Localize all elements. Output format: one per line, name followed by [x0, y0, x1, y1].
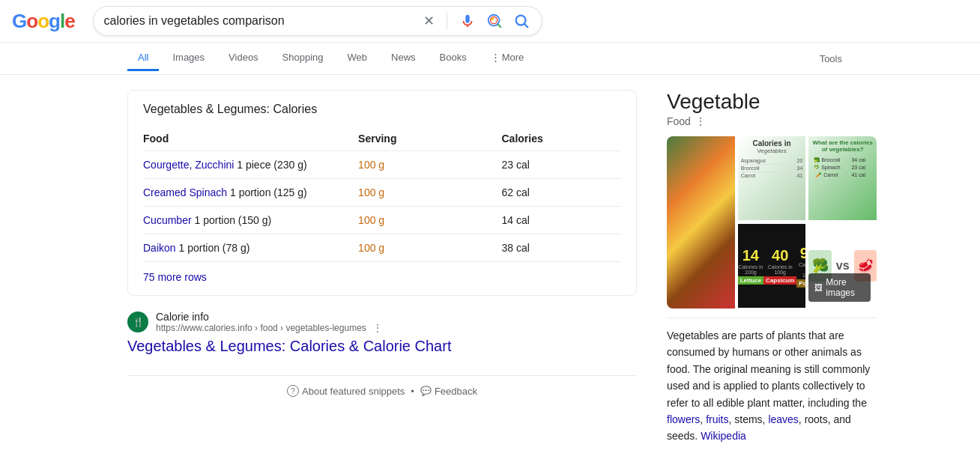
- kp-divider: [667, 317, 877, 318]
- kp-subtitle-text: Food: [667, 115, 691, 127]
- serving-value: 100 g: [358, 151, 501, 179]
- col-calories: Calories: [501, 127, 621, 151]
- calories-value: 38 cal: [501, 234, 621, 262]
- header: Google ✕: [0, 0, 980, 43]
- right-column: Vegetable Food ⋮ Calories in Vegetables: [667, 90, 877, 445]
- question-icon: ?: [287, 385, 299, 397]
- image-small-3[interactable]: 🥦 vs 🥩 🖼 More images: [808, 224, 877, 308]
- flowers-link[interactable]: flowers: [667, 413, 700, 425]
- tab-more-label: More: [502, 52, 524, 63]
- clear-icon: ✕: [423, 13, 435, 29]
- food-name: Courgette, Zucchini 1 piece (230 g): [143, 151, 358, 179]
- feedback-button[interactable]: 💬 Feedback: [420, 386, 477, 397]
- tools-tab[interactable]: Tools: [809, 47, 853, 70]
- snippet-title: Vegetables & Legumes: Calories: [143, 103, 621, 116]
- source-url: https://www.calories.info › food › veget…: [156, 323, 382, 333]
- tab-books[interactable]: Books: [429, 46, 477, 71]
- source-name: Calorie info: [156, 311, 382, 323]
- lens-icon: [486, 13, 503, 29]
- table-row: Creamed Spinach 1 portion (125 g) 100 g …: [143, 179, 621, 207]
- search-bar[interactable]: ✕: [93, 6, 542, 36]
- col-food: Food: [143, 127, 358, 151]
- search-input[interactable]: [104, 14, 422, 28]
- food-name-link[interactable]: Creamed Spinach: [143, 186, 227, 198]
- feedback-label: Feedback: [435, 386, 477, 397]
- food-name-link[interactable]: Daikon: [143, 242, 176, 254]
- search-bar-container: ✕: [93, 6, 569, 36]
- more-images-overlay[interactable]: 🖼 More images: [808, 273, 871, 302]
- food-name: Creamed Spinach 1 portion (125 g): [143, 179, 358, 207]
- serving-value: 100 g: [358, 207, 501, 234]
- kp-subtitle: Food ⋮: [667, 115, 877, 127]
- about-snippets[interactable]: ? About featured snippets: [287, 385, 405, 397]
- nav-tabs: All Images Videos Shopping Web News Book…: [0, 43, 980, 75]
- food-suffix: 1 portion (150 g): [194, 214, 271, 226]
- tab-web[interactable]: Web: [337, 46, 378, 71]
- table-row: Daikon 1 portion (78 g) 100 g 38 cal: [143, 234, 621, 262]
- main-layout: Vegetables & Legumes: Calories Food Serv…: [0, 75, 980, 445]
- tab-news[interactable]: News: [381, 46, 426, 71]
- kp-title: Vegetable: [667, 90, 877, 114]
- divider: [447, 12, 447, 30]
- feedback-icon: 💬: [420, 386, 432, 396]
- wikipedia-link[interactable]: Wikipedia: [701, 430, 746, 442]
- clear-button[interactable]: ✕: [422, 11, 436, 31]
- image-large[interactable]: [667, 136, 735, 309]
- food-name-link[interactable]: Cucumber: [143, 214, 192, 226]
- calories-value: 23 cal: [501, 151, 621, 179]
- more-rows-link[interactable]: 75 more rows: [143, 271, 207, 283]
- separator: •: [411, 386, 414, 397]
- col-serving: Serving: [358, 127, 501, 151]
- bottom-bar: ? About featured snippets • 💬 Feedback: [127, 375, 637, 406]
- food-name: Daikon 1 portion (78 g): [143, 234, 358, 262]
- food-suffix: 1 portion (78 g): [178, 242, 249, 254]
- image-calories[interactable]: 14 Calories in 100g Lettuce 40 Calories …: [738, 224, 806, 308]
- food-name: Cucumber 1 portion (150 g): [143, 207, 358, 234]
- image-small-2[interactable]: What are the caloriesof vegetables? 🥦 Br…: [808, 136, 877, 220]
- source-header: 🍴 Calorie info https://www.calories.info…: [127, 311, 637, 333]
- google-logo[interactable]: Google: [12, 10, 75, 33]
- source-result: 🍴 Calorie info https://www.calories.info…: [127, 311, 637, 363]
- image-grid: Calories in Vegetables Asparagus20 Brocc…: [667, 136, 877, 309]
- tab-all[interactable]: All: [127, 46, 159, 71]
- table-row: Cucumber 1 portion (150 g) 100 g 14 cal: [143, 207, 621, 234]
- lens-button[interactable]: [485, 11, 504, 31]
- svg-point-3: [491, 17, 494, 20]
- left-column: Vegetables & Legumes: Calories Food Serv…: [127, 90, 637, 445]
- table-row: Courgette, Zucchini 1 piece (230 g) 100 …: [143, 151, 621, 179]
- voice-search-button[interactable]: [458, 11, 477, 31]
- result-title-link[interactable]: Vegetables & Legumes: Calories & Calorie…: [127, 336, 637, 356]
- svg-line-2: [497, 24, 500, 27]
- food-suffix: 1 piece (230 g): [237, 159, 306, 171]
- search-icons: ✕: [422, 11, 531, 31]
- mic-icon: [459, 13, 476, 29]
- tab-more[interactable]: ⋮ More: [480, 46, 535, 71]
- food-name-link[interactable]: Courgette, Zucchini: [143, 159, 234, 171]
- url-text: https://www.calories.info › food › veget…: [156, 323, 366, 333]
- food-suffix: 1 portion (125 g): [230, 186, 307, 198]
- calories-value: 62 cal: [501, 179, 621, 207]
- kp-text-3: , stems,: [728, 413, 768, 425]
- fruits-link[interactable]: fruits: [706, 413, 728, 425]
- source-options-icon[interactable]: ⋮: [373, 323, 382, 333]
- more-images-label: More images: [826, 277, 865, 298]
- serving-value: 100 g: [358, 179, 501, 207]
- source-favicon: 🍴: [127, 312, 148, 332]
- kp-description-text: Vegetables are parts of plants that are …: [667, 329, 870, 409]
- kp-subtitle-options-icon[interactable]: ⋮: [695, 115, 706, 127]
- serving-value: 100 g: [358, 234, 501, 262]
- image-small-1[interactable]: Calories in Vegetables Asparagus20 Brocc…: [738, 136, 806, 220]
- about-snippets-label: About featured snippets: [302, 386, 405, 397]
- food-table: Food Serving Calories Courgette, Zucchin…: [143, 127, 621, 262]
- more-dots-icon: ⋮: [491, 52, 500, 63]
- kp-description: Vegetables are parts of plants that are …: [667, 327, 877, 445]
- kp-text-2: ,: [700, 413, 706, 425]
- tab-shopping[interactable]: Shopping: [272, 46, 334, 71]
- svg-point-1: [490, 17, 497, 24]
- search-button[interactable]: [512, 11, 531, 31]
- tab-videos[interactable]: Videos: [218, 46, 269, 71]
- source-info: Calorie info https://www.calories.info ›…: [156, 311, 382, 333]
- tab-images[interactable]: Images: [162, 46, 215, 71]
- calories-value: 14 cal: [501, 207, 621, 234]
- leaves-link[interactable]: leaves: [768, 413, 798, 425]
